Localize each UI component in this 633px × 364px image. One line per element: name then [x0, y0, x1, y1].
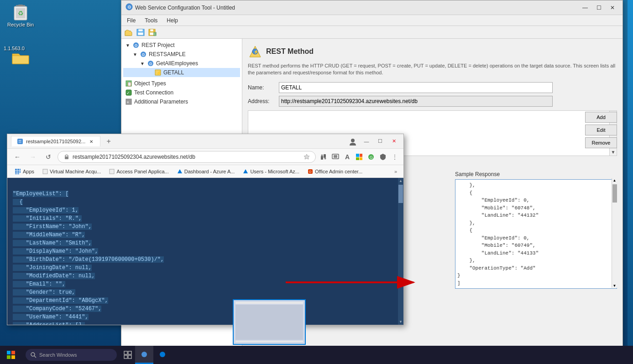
svg-rect-75: [124, 355, 127, 359]
maximize-button[interactable]: ☐: [592, 3, 605, 13]
back-button[interactable]: ←: [11, 151, 24, 163]
address-input[interactable]: [279, 96, 553, 107]
sample-scroll-up[interactable]: ▲: [613, 178, 617, 182]
refresh-button[interactable]: ↺: [42, 151, 55, 163]
remove-button[interactable]: Remove: [585, 137, 617, 148]
browser-maximize-btn[interactable]: ☐: [374, 136, 386, 146]
svg-marker-62: [243, 169, 248, 173]
svg-rect-3: [18, 5, 23, 6]
bookmark-access-panel[interactable]: Access Panel Applica...: [105, 168, 172, 175]
svg-rect-70: [11, 355, 15, 359]
edit-button[interactable]: Edit: [585, 125, 617, 135]
content-scrollbar[interactable]: ▲ ▼: [398, 178, 403, 325]
minimize-button[interactable]: —: [579, 3, 591, 13]
browser-toolbar-icons: A G: [319, 152, 400, 162]
sample-scroll-down[interactable]: ▼: [613, 284, 617, 288]
taskbar-item-browser[interactable]: [153, 346, 172, 364]
menu-help[interactable]: Help: [163, 16, 182, 25]
svg-rect-5: [12, 56, 29, 64]
reader-mode-icon[interactable]: A: [342, 152, 352, 162]
tree-label: GETALL: [163, 69, 184, 76]
browser-minimize-btn[interactable]: —: [361, 136, 372, 146]
recycle-bin-label: Recycle Bin: [7, 22, 34, 27]
office-icon: O: [308, 169, 313, 174]
toolbar-saveas-button[interactable]: +: [147, 27, 158, 37]
more-menu-icon[interactable]: ⋮: [390, 152, 400, 162]
browser-icon: [159, 351, 166, 358]
tree-item-getall[interactable]: ⚡ GETALL: [123, 68, 240, 77]
svg-text:G: G: [370, 155, 373, 160]
translator-icon[interactable]: G: [366, 152, 376, 162]
taskbar-item-wsct[interactable]: [135, 346, 153, 364]
task-view-icon: [124, 351, 132, 359]
windows-icon[interactable]: [354, 152, 364, 162]
svg-point-78: [160, 352, 165, 357]
menu-tools[interactable]: Tools: [141, 16, 161, 25]
menu-file[interactable]: File: [123, 16, 139, 25]
svg-rect-40: [324, 154, 326, 158]
toolbar-save-button[interactable]: [135, 27, 146, 37]
screen-share-icon[interactable]: [330, 152, 340, 162]
bookmark-apps[interactable]: Apps: [11, 167, 38, 176]
browser-content[interactable]: "EmployeeList": [ { "EmployeeId": 1, "In…: [7, 178, 403, 325]
svg-rect-60: [110, 169, 114, 174]
address-bar[interactable]: restsample20171025092304.azurewebsites.n…: [58, 151, 316, 163]
svg-text:O: O: [309, 170, 312, 173]
action-buttons: Add Edit Remove: [585, 112, 617, 148]
scroll-down-arrow[interactable]: ▼: [399, 320, 403, 324]
name-row: Name:: [248, 82, 617, 93]
svg-rect-57: [15, 173, 17, 174]
task-view-button[interactable]: [120, 346, 135, 364]
browser-tab[interactable]: ☰ restsample20171025092... ✕: [11, 136, 100, 146]
tree-item-additional-params[interactable]: ≡ Additional Parameters: [123, 97, 240, 106]
browser-tab-title: restsample20171025092...: [26, 139, 85, 144]
bookmarks-bar: Apps Virtual Machine Acqu... Access Pane…: [7, 165, 403, 178]
start-button[interactable]: [0, 346, 22, 364]
name-input[interactable]: [279, 82, 553, 93]
folder-icon[interactable]: [5, 50, 37, 66]
thumbnail-preview[interactable]: [233, 299, 306, 345]
toolbar-open-button[interactable]: [123, 27, 134, 37]
svg-text:⚙: ⚙: [127, 5, 131, 10]
bookmark-dashboard[interactable]: Dashboard - Azure A...: [173, 168, 239, 175]
new-tab-button[interactable]: +: [102, 135, 115, 148]
forward-button[interactable]: →: [26, 151, 39, 163]
scroll-up-arrow[interactable]: ▲: [399, 179, 403, 183]
apps-grid-icon: [15, 168, 21, 175]
desktop: ♻ Recycle Bin 1.1.563.0 ⚙ Web Service Co…: [0, 0, 633, 364]
windows-start-icon: [6, 350, 16, 359]
tree-item-getallempl[interactable]: ▼ ⚙ GetAllEmployees: [123, 59, 240, 68]
tree-item-restsample[interactable]: ▼ ⚙ RESTSAMPLE: [123, 50, 240, 59]
search-bar[interactable]: Search Windows: [26, 349, 117, 361]
star-icon[interactable]: [303, 154, 310, 160]
security-icon[interactable]: [378, 152, 388, 162]
wsct-icon: [141, 351, 148, 358]
svg-point-41: [321, 154, 323, 156]
thumbnail-content: [234, 300, 305, 344]
sample-response-box[interactable]: }, { "EmployeeId": 0, "Mobile": "60748",…: [455, 179, 617, 289]
close-button[interactable]: ✕: [606, 3, 619, 13]
scroll-thumb[interactable]: [398, 185, 403, 203]
window-title-text: Web Service Configuration Tool - Untitle…: [135, 5, 579, 11]
scroll-down-btn[interactable]: ▼: [611, 150, 616, 155]
tree-item-object-types[interactable]: 📋 Object Types: [123, 79, 240, 88]
browser-user-icon[interactable]: [347, 136, 359, 146]
window-title-icon: ⚙: [125, 3, 133, 12]
tree-label: Additional Parameters: [134, 99, 188, 105]
more-bookmarks-button[interactable]: »: [392, 168, 400, 175]
tree-item-rest-project[interactable]: ▼ ⚙ REST Project: [123, 41, 240, 50]
browser-close-btn[interactable]: ✕: [388, 136, 400, 146]
extensions-icon[interactable]: [319, 152, 329, 162]
svg-rect-39: [321, 156, 323, 160]
svg-rect-13: [150, 29, 153, 31]
tree-label: GetAllEmployees: [156, 60, 198, 67]
tree-item-test-connection[interactable]: ✓ Test Connection: [123, 88, 240, 97]
bookmark-users[interactable]: Users - Microsoft Az...: [239, 168, 303, 175]
add-button[interactable]: Add: [585, 112, 617, 123]
tree-arrow: ▼: [140, 61, 145, 66]
svg-rect-47: [356, 157, 359, 160]
browser-tab-close[interactable]: ✕: [88, 138, 94, 145]
recycle-bin-icon[interactable]: ♻ Recycle Bin: [5, 5, 37, 27]
bookmark-office-admin[interactable]: O Office Admin center...: [304, 168, 366, 175]
bookmark-vm[interactable]: Virtual Machine Acqu...: [39, 168, 105, 175]
